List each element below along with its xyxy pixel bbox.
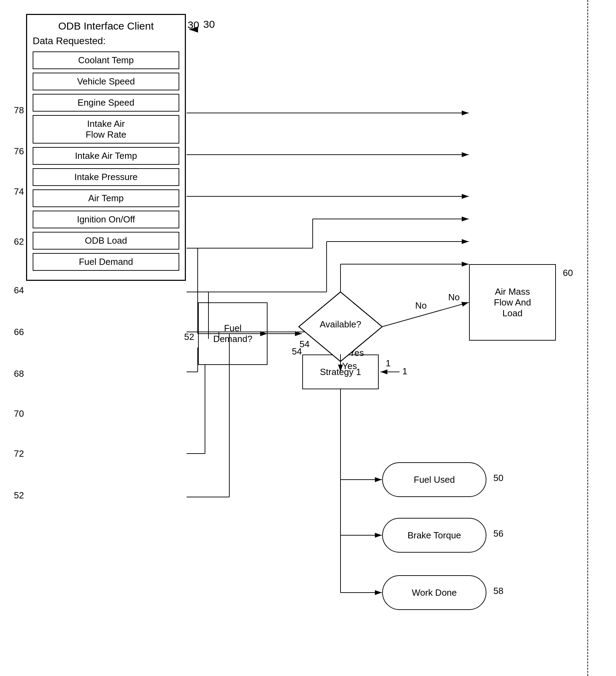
- ref-52-list: 52: [14, 490, 24, 501]
- vehicle-speed-item: Vehicle Speed: [33, 73, 179, 90]
- ref-58: 58: [493, 586, 503, 596]
- ref-78: 78: [14, 105, 24, 116]
- svg-text:1: 1: [402, 366, 407, 376]
- fuel-demand-box: FuelDemand?: [198, 302, 268, 365]
- label-30: 30: [188, 19, 199, 31]
- fuel-used-oval: Fuel Used: [382, 462, 486, 497]
- odb-subtitle: Data Requested:: [33, 35, 179, 47]
- air-temp-item: Air Temp: [33, 189, 179, 207]
- ref-72: 72: [14, 448, 24, 459]
- ref-1: 1: [386, 358, 391, 369]
- svg-text:30: 30: [203, 18, 215, 30]
- odb-load-item: ODB Load: [33, 232, 179, 250]
- fuel-demand-list-item: Fuel Demand: [33, 253, 179, 271]
- air-mass-box: Air MassFlow AndLoad: [469, 264, 556, 341]
- air-mass-label: Air MassFlow AndLoad: [494, 286, 531, 319]
- ref-54: 54: [299, 339, 310, 350]
- fuel-demand-label: FuelDemand?: [213, 323, 253, 344]
- brake-torque-label: Brake Torque: [408, 530, 461, 541]
- ref-70: 70: [14, 408, 24, 419]
- ref-56: 56: [493, 528, 503, 539]
- dashed-border-line: [587, 0, 588, 676]
- odb-client-box: ODB Interface Client Data Requested: Coo…: [26, 14, 186, 281]
- ref-76: 76: [14, 146, 24, 157]
- intake-air-flow-item: Intake AirFlow Rate: [33, 115, 179, 144]
- intake-pressure-item: Intake Pressure: [33, 168, 179, 186]
- work-done-label: Work Done: [412, 587, 457, 598]
- odb-title: ODB Interface Client: [33, 19, 179, 33]
- svg-text:52: 52: [184, 332, 194, 342]
- coolant-temp-item: Coolant Temp: [33, 51, 179, 69]
- fuel-used-label: Fuel Used: [414, 474, 455, 485]
- intake-air-temp-item: Intake Air Temp: [33, 147, 179, 165]
- ref-68: 68: [14, 368, 24, 379]
- engine-speed-item: Engine Speed: [33, 94, 179, 112]
- strategy1-box: Strategy 1: [302, 355, 379, 389]
- svg-text:No: No: [415, 300, 427, 311]
- work-done-oval: Work Done: [382, 575, 486, 610]
- strategy1-label: Strategy 1: [320, 367, 361, 377]
- ref-60: 60: [563, 268, 573, 278]
- ref-64: 64: [14, 285, 24, 296]
- ref-74: 74: [14, 186, 24, 197]
- svg-marker-34: [299, 292, 382, 361]
- no-label: No: [448, 292, 460, 303]
- diagram: ODB Interface Client Data Requested: Coo…: [0, 0, 616, 676]
- yes-label: Yes: [349, 348, 364, 358]
- brake-torque-oval: Brake Torque: [382, 518, 486, 553]
- ref-62: 62: [14, 236, 24, 247]
- svg-text:Available?: Available?: [320, 319, 361, 329]
- ref-50: 50: [493, 473, 503, 483]
- svg-line-36: [382, 302, 469, 327]
- ref-66: 66: [14, 327, 24, 337]
- ignition-item: Ignition On/Off: [33, 211, 179, 228]
